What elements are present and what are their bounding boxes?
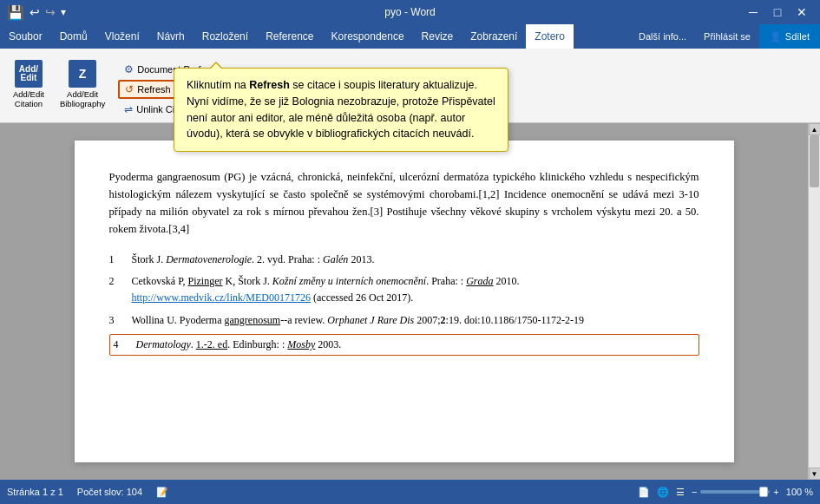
word-count: Počet slov: 104 [77, 487, 142, 497]
scroll-track[interactable] [809, 135, 820, 468]
menu-sdilet[interactable]: 👤Sdílet [759, 24, 820, 49]
ref-text-2: Cetkovská P, Pizinger K, Štork J. Kožní … [132, 273, 520, 306]
scroll-up-button[interactable]: ▲ [809, 123, 821, 135]
zoom-thumb [759, 487, 768, 497]
ref-num-1: 1 [109, 252, 125, 268]
menu-navrh[interactable]: Návrh [148, 24, 194, 49]
menu-bar: Soubor Domů Vložení Návrh Rozložení Refe… [0, 24, 820, 49]
word-icon: 💾 [7, 4, 24, 21]
reference-item-1: 1 Štork J. Dermatovenerologie. 2. vyd. P… [109, 252, 699, 268]
window-controls: ─ □ ✕ [742, 3, 813, 21]
menu-rozlozeni[interactable]: Rozložení [194, 24, 257, 49]
status-bar: Stránka 1 z 1 Počet slov: 104 📝 📄 🌐 ☰ − … [0, 480, 820, 504]
undo-icon[interactable]: ↩ [30, 5, 40, 19]
title-bar: 💾 ↩ ↪ ▾ pyo - Word ─ □ ✕ [0, 0, 820, 24]
tooltip-line3: není autor ani editor, ale méně důležitá… [187, 112, 465, 124]
edit-mode-icon: 📝 [156, 487, 168, 498]
zoom-in-button[interactable]: + [773, 487, 778, 497]
vertical-scrollbar: ▲ ▼ [808, 123, 820, 480]
menu-revize[interactable]: Revize [413, 24, 462, 49]
zoom-level: 100 % [786, 487, 813, 497]
status-left: Stránka 1 z 1 Počet slov: 104 📝 [7, 487, 168, 498]
view-icon-web[interactable]: 🌐 [657, 487, 669, 498]
title-bar-left: 💾 ↩ ↪ ▾ [7, 4, 66, 21]
unlink-icon: ⇌ [124, 103, 133, 115]
menu-dalsi-info[interactable]: Další info... [630, 24, 695, 49]
document-area: Pyoderma gangraenosum (PG) je vzácná, ch… [0, 123, 808, 480]
tooltip-line4: úvodu), která se obvykle v bibliografick… [187, 128, 474, 140]
close-button[interactable]: ✕ [790, 3, 813, 21]
ref-num-2: 2 [109, 273, 125, 290]
document-page: Pyoderma gangraenosum (PG) je vzácná, ch… [75, 141, 734, 462]
add-edit-bibliography-button[interactable]: Z Add/EditBibliography [54, 56, 111, 114]
tooltip-suffix1: se citace i soupis literatury aktualizuj… [290, 79, 477, 91]
menu-korespondence[interactable]: Korespondence [323, 24, 413, 49]
gear-icon: ⚙ [124, 63, 134, 75]
refresh-icon: ↺ [125, 83, 134, 95]
minimize-button[interactable]: ─ [742, 3, 764, 21]
status-right: 📄 🌐 ☰ − + 100 % [638, 487, 813, 498]
maximize-button[interactable]: □ [766, 3, 789, 21]
add-bibliography-icon: Z [69, 60, 96, 88]
window-title: pyo - Word [384, 6, 435, 18]
ref-text-4: Dermatology. 1.-2. ed. Edinburgh: : Mosb… [136, 337, 342, 353]
view-icon-outline[interactable]: ☰ [676, 487, 685, 498]
ref-num-3: 3 [109, 312, 125, 329]
menu-vlozeni[interactable]: Vložení [96, 24, 148, 49]
menu-zotero[interactable]: Zotero [526, 24, 574, 49]
redo-icon[interactable]: ↪ [45, 5, 56, 19]
ref-text-1: Štork J. Dermatovenerologie. 2. vyd. Pra… [132, 252, 375, 268]
zoom-control: − + 100 % [692, 487, 813, 497]
reference-list: 1 Štork J. Dermatovenerologie. 2. vyd. P… [109, 252, 699, 356]
scroll-down-button[interactable]: ▼ [809, 468, 821, 480]
tooltip-bold: Refresh [249, 79, 290, 91]
page-info: Stránka 1 z 1 [7, 487, 63, 497]
document-body: Pyoderma gangraenosum (PG) je vzácná, ch… [109, 168, 699, 238]
zoom-out-button[interactable]: − [692, 487, 697, 497]
ref-text-3: Wollina U. Pyoderma gangrenosum--a revie… [132, 312, 585, 329]
menu-domu[interactable]: Domů [51, 24, 96, 49]
menu-reference[interactable]: Reference [257, 24, 322, 49]
reference-item-4: 4 Dermatology. 1.-2. ed. Edinburgh: : Mo… [109, 334, 699, 356]
tooltip-line2: Nyní vidíme, že se již Bolognia nezobraz… [187, 95, 495, 108]
menu-zobrazeni[interactable]: Zobrazení [462, 24, 526, 49]
scroll-thumb[interactable] [810, 135, 819, 187]
reference-item-2: 2 Cetkovská P, Pizinger K, Štork J. Kožn… [109, 273, 699, 306]
menu-soubor[interactable]: Soubor [0, 24, 51, 49]
customize-icon[interactable]: ▾ [61, 6, 66, 18]
reference-item-3: 3 Wollina U. Pyoderma gangrenosum--a rev… [109, 312, 699, 329]
tooltip-bubble: Kliknutím na Refresh se citace i soupis … [174, 68, 508, 152]
zoom-slider[interactable] [700, 490, 770, 494]
menu-prihlasit[interactable]: Přihlásit se [695, 24, 759, 49]
view-icon-print[interactable]: 📄 [638, 487, 650, 498]
add-edit-citation-button[interactable]: Add/Edit Add/EditCitation [7, 56, 50, 114]
ref-num-4: 4 [114, 337, 129, 353]
tooltip-prefix: Kliknutím na [187, 79, 249, 91]
add-citation-icon: Add/Edit [15, 60, 43, 88]
